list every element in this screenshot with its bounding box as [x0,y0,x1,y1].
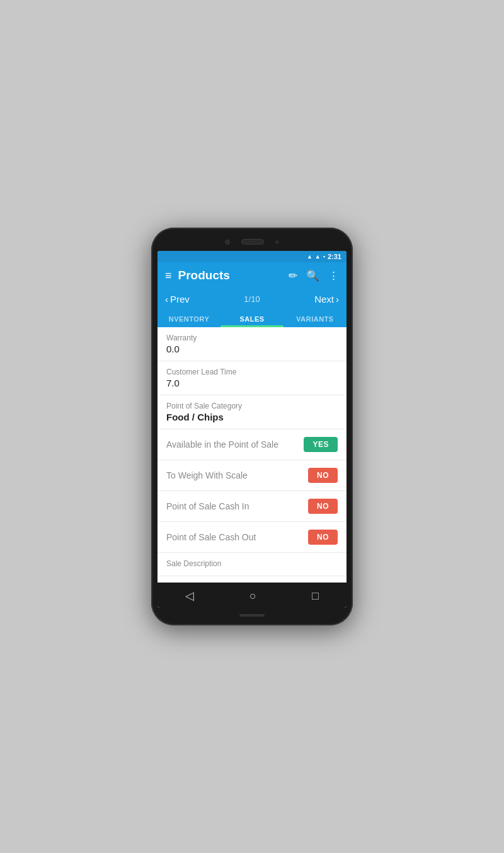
warranty-value: 0.0 [166,344,338,354]
warranty-label: Warranty [166,334,338,342]
page-title: Products [178,269,282,282]
search-icon[interactable]: 🔍 [306,269,319,282]
next-chevron-icon: › [336,294,339,305]
home-nav-button[interactable]: ○ [249,589,256,603]
available-pos-field: Available in the Point of Sale YES [158,429,346,460]
prev-label: Prev [170,294,190,305]
available-pos-badge[interactable]: YES [304,437,338,452]
lead-time-value: 7.0 [166,378,338,388]
nav-row: ‹ Prev 1/10 Next › [158,289,346,310]
sale-description-label: Sale Description [166,559,338,568]
weigh-scale-badge[interactable]: NO [308,468,338,483]
status-icons: ▲ ▲ ▪ 2:31 [307,253,341,260]
pos-category-field: Point of Sale Category Food / Chips [158,395,346,429]
bottom-nav: ◁ ○ □ [158,583,346,608]
battery-icon: ▪ [323,253,325,260]
phone-device: ▲ ▲ ▪ 2:31 ≡ Products ✏ 🔍 ⋮ ‹ Prev 1/10 [151,228,353,625]
sensor [275,240,279,244]
home-bar [239,614,265,617]
lead-time-field: Customer Lead Time 7.0 [158,361,346,395]
edit-icon[interactable]: ✏ [289,269,297,282]
lead-time-label: Customer Lead Time [166,368,338,376]
nav-counter: 1/10 [244,294,260,304]
prev-chevron-icon: ‹ [165,294,168,305]
more-icon[interactable]: ⋮ [328,269,339,282]
weigh-scale-label: To Weigh With Scale [166,470,248,480]
pos-cash-in-field: Point of Sale Cash In NO [158,491,346,522]
weigh-scale-field: To Weigh With Scale NO [158,460,346,491]
phone-bottom [158,614,346,617]
available-pos-label: Available in the Point of Sale [166,439,278,450]
menu-icon[interactable]: ≡ [165,269,172,282]
pos-category-label: Point of Sale Category [166,402,338,410]
tab-variants[interactable]: VARIANTS [284,310,346,327]
prev-button[interactable]: ‹ Prev [165,294,190,305]
pos-cash-out-badge[interactable]: NO [308,530,338,545]
camera [225,240,230,245]
sale-description-field: Sale Description [158,553,346,576]
content-area: Warranty 0.0 Customer Lead Time 7.0 Poin… [158,327,346,576]
tab-sales[interactable]: SALES [220,310,284,327]
recent-nav-button[interactable]: □ [312,589,319,603]
warranty-field: Warranty 0.0 [158,327,346,361]
tab-inventory[interactable]: NVENTORY [158,310,220,327]
app-bar-actions: ✏ 🔍 ⋮ [289,269,339,282]
tabs-row: NVENTORY SALES VARIANTS [158,310,346,327]
pos-cash-out-field: Point of Sale Cash Out NO [158,522,346,553]
signal-icon: ▲ [315,253,321,260]
pos-cash-in-badge[interactable]: NO [308,499,338,514]
wifi-icon: ▲ [307,253,312,260]
pos-cash-in-label: Point of Sale Cash In [166,501,249,511]
pos-category-value: Food / Chips [166,412,338,422]
pos-cash-out-label: Point of Sale Cash Out [166,532,256,542]
phone-top [158,239,346,245]
speaker [241,239,264,245]
back-nav-button[interactable]: ◁ [185,589,194,603]
next-label: Next [314,294,334,305]
next-button[interactable]: Next › [314,294,339,305]
screen: ▲ ▲ ▪ 2:31 ≡ Products ✏ 🔍 ⋮ ‹ Prev 1/10 [158,251,346,608]
status-bar: ▲ ▲ ▪ 2:31 [158,251,346,262]
status-time: 2:31 [328,253,341,260]
app-bar: ≡ Products ✏ 🔍 ⋮ [158,262,346,289]
